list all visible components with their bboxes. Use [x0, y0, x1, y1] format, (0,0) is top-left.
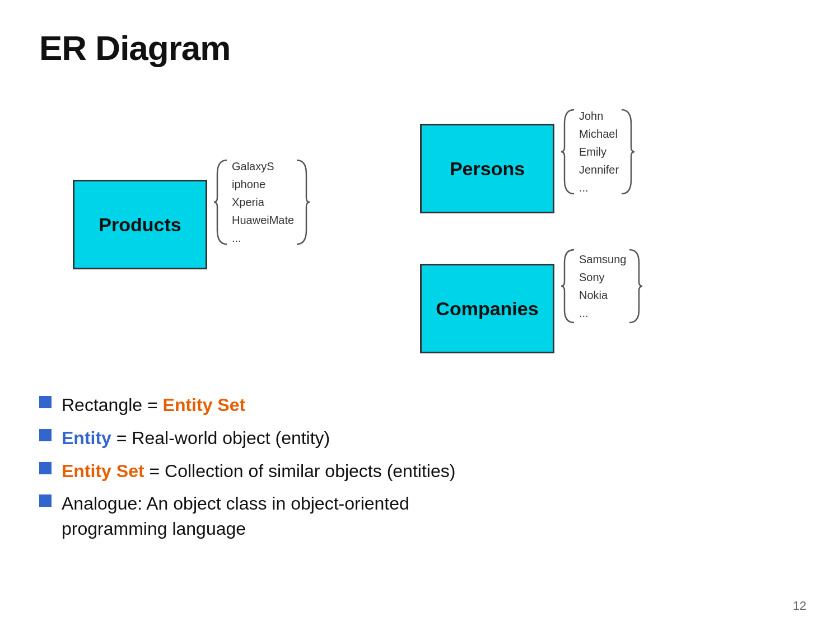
companies-right-brace [627, 247, 643, 325]
bullet-icon-1 [39, 396, 52, 408]
bullet-icon-2 [39, 429, 52, 441]
products-brace-set: GalaxyS iphone Xperia HuaweiMate ... [213, 157, 311, 247]
products-item-2: iphone [232, 175, 294, 193]
slide-title: ER Diagram [39, 28, 801, 68]
bullet-item-1: Rectangle = Entity Set [39, 393, 801, 418]
companies-left-brace [560, 247, 577, 325]
bullet-text-3: Entity Set = Collection of similar objec… [62, 459, 801, 484]
products-label: Products [99, 214, 181, 236]
entity-set-highlight-3: Entity Set [62, 461, 144, 481]
slide: ER Diagram Products GalaxyS iphone Xperi… [0, 0, 840, 630]
bullet-text-2: Entity = Real-world object (entity) [62, 426, 801, 451]
persons-brace-set: John Michael Emily Jennifer ... [560, 107, 636, 197]
products-items: GalaxyS iphone Xperia HuaweiMate ... [232, 157, 294, 247]
companies-items: Samsung Sony Nokia ... [579, 250, 627, 322]
products-item-5: ... [232, 229, 294, 247]
persons-entity: Persons [420, 124, 554, 213]
companies-label: Companies [436, 298, 538, 320]
companies-item-2: Sony [579, 268, 627, 286]
products-right-brace [294, 157, 311, 247]
products-item-4: HuaweiMate [232, 211, 294, 229]
persons-item-5: ... [579, 179, 619, 197]
bullet-item-3: Entity Set = Collection of similar objec… [39, 459, 801, 484]
bullet-item-2: Entity = Real-world object (entity) [39, 426, 801, 451]
persons-left-brace [560, 107, 577, 197]
bullet-icon-4 [39, 494, 52, 507]
bullet-item-4: Analogue: An object class in object-orie… [39, 491, 801, 542]
companies-item-3: Nokia [579, 286, 627, 304]
entity-highlight-2: Entity [62, 428, 111, 448]
persons-item-3: Emily [579, 143, 619, 161]
bullet-list: Rectangle = Entity Set Entity = Real-wor… [39, 393, 801, 542]
bullet-text-4: Analogue: An object class in object-orie… [62, 491, 801, 542]
companies-item-1: Samsung [579, 250, 627, 268]
persons-right-brace [619, 107, 636, 197]
bullet-text-1: Rectangle = Entity Set [62, 393, 801, 418]
companies-brace-set: Samsung Sony Nokia ... [560, 247, 643, 325]
persons-item-4: Jennifer [579, 161, 619, 179]
slide-number: 12 [793, 599, 806, 613]
entity-set-highlight-1: Entity Set [163, 395, 246, 415]
persons-label: Persons [450, 158, 525, 180]
bullet-icon-3 [39, 462, 52, 474]
products-item-3: Xperia [232, 193, 294, 211]
companies-entity: Companies [420, 264, 554, 353]
products-entity: Products [73, 180, 207, 269]
products-item-1: GalaxyS [232, 157, 294, 175]
persons-item-2: Michael [579, 125, 619, 143]
products-left-brace [213, 157, 230, 247]
persons-items: John Michael Emily Jennifer ... [579, 107, 619, 197]
persons-item-1: John [579, 107, 619, 125]
companies-item-4: ... [579, 304, 627, 322]
diagram-area: Products GalaxyS iphone Xperia HuaweiMat… [39, 90, 801, 381]
